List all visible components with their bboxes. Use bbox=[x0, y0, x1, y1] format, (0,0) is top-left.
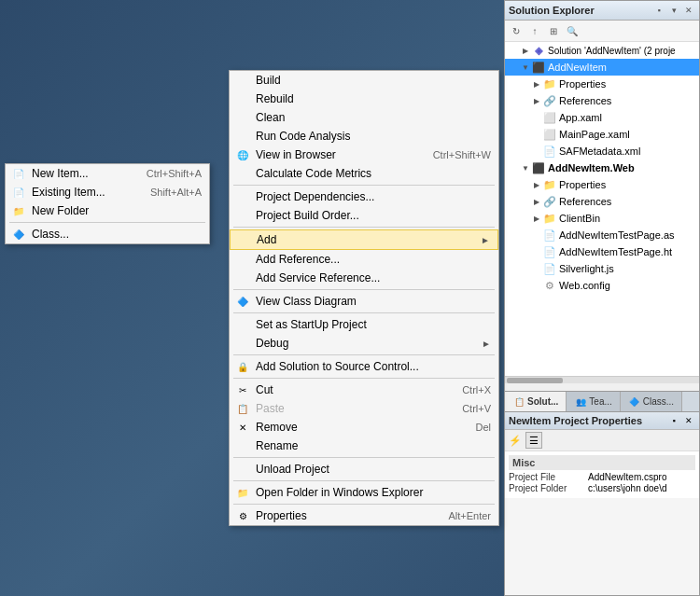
tree-item-silverlightjs[interactable]: ▶ 📄 Silverlight.js bbox=[505, 260, 699, 277]
tree-item-appxaml[interactable]: ▶ ⬜ App.xaml bbox=[505, 109, 699, 126]
existing-item-shortcut: Shift+Alt+A bbox=[150, 187, 202, 198]
tree-item-solution[interactable]: ▶ ◈ Solution 'AddNewItem' (2 proje bbox=[505, 42, 699, 59]
props-pin-btn[interactable]: ▪ bbox=[667, 414, 680, 427]
tab-solution-label: Solut... bbox=[527, 396, 558, 407]
properties-shortcut: Alt+Enter bbox=[448, 510, 491, 521]
menu-rename[interactable]: Rename bbox=[230, 437, 498, 455]
menu-add-reference[interactable]: Add Reference... bbox=[230, 250, 498, 269]
references2-label: References bbox=[559, 196, 611, 207]
add-menu-class[interactable]: 🔷 Class... bbox=[6, 225, 209, 243]
se-horizontal-scrollbar[interactable] bbox=[505, 376, 699, 383]
menu-remove[interactable]: ✕ Remove Del bbox=[230, 418, 498, 437]
tree-item-webproject[interactable]: ▼ ⬛ AddNewItem.Web bbox=[505, 159, 699, 176]
tab-class-label: Class... bbox=[643, 396, 674, 407]
tree-item-clientbin[interactable]: ▶ 📁 ClientBin bbox=[505, 210, 699, 227]
config-label: Web.config bbox=[559, 280, 610, 291]
solution-explorer: Solution Explorer ▪ ▾ ✕ ↻ ↑ ⊞ 🔍 ▶ ◈ Solu… bbox=[504, 0, 700, 392]
menu-properties[interactable]: ⚙ Properties Alt+Enter bbox=[230, 506, 498, 525]
add-menu-new-item[interactable]: 📄 New Item... Ctrl+Shift+A bbox=[6, 164, 209, 183]
menu-debug[interactable]: Debug ► bbox=[230, 334, 498, 353]
menu-build[interactable]: Build bbox=[230, 71, 498, 90]
props-section-label: Misc bbox=[512, 457, 535, 468]
menu-project-dependencies[interactable]: Project Dependencies... bbox=[230, 187, 498, 206]
menu-rebuild[interactable]: Rebuild bbox=[230, 90, 498, 108]
menu-project-build-order-label: Project Build Order... bbox=[256, 209, 359, 222]
add-menu-new-folder[interactable]: 📁 New Folder bbox=[6, 201, 209, 220]
tree-item-project[interactable]: ▼ ⬛ AddNewItem bbox=[505, 59, 699, 76]
menu-add-solution-source[interactable]: 🔒 Add Solution to Source Control... bbox=[230, 357, 498, 376]
menu-add-service-reference-label: Add Service Reference... bbox=[256, 271, 380, 284]
menu-clean-label: Clean bbox=[256, 111, 285, 124]
menu-calculate-code-metrics[interactable]: Calculate Code Metrics bbox=[230, 164, 498, 183]
cut-shortcut: Ctrl+X bbox=[462, 384, 491, 395]
separator-1 bbox=[233, 185, 495, 186]
tree-item-references2[interactable]: ▶ 🔗 References bbox=[505, 193, 699, 210]
add-submenu-arrow: ► bbox=[481, 235, 490, 245]
add-menu-existing-item-label: Existing Item... bbox=[32, 186, 105, 199]
menu-calculate-code-metrics-label: Calculate Code Metrics bbox=[256, 167, 371, 180]
props-categorized-btn[interactable]: ☰ bbox=[525, 432, 542, 449]
menu-paste[interactable]: 📋 Paste Ctrl+V bbox=[230, 399, 498, 418]
properties-icon: ⚙ bbox=[235, 508, 250, 523]
properties-label: Properties bbox=[559, 78, 606, 90]
menu-view-class-diagram-label: View Class Diagram bbox=[256, 295, 357, 308]
properties-arrow: ▶ bbox=[531, 78, 542, 90]
tree-item-testpage-aspx[interactable]: ▶ 📄 AddNewItemTestPage.as bbox=[505, 227, 699, 243]
menu-add-label: Add bbox=[257, 233, 276, 246]
props-key-projectfolder: Project Folder bbox=[509, 483, 588, 493]
tree-item-mainpage[interactable]: ▶ ⬜ MainPage.xaml bbox=[505, 126, 699, 143]
tree-item-references[interactable]: ▶ 🔗 References bbox=[505, 92, 699, 109]
safmetadata-label: SAFMetadata.xml bbox=[559, 146, 640, 157]
menu-view-class-diagram[interactable]: 🔷 View Class Diagram bbox=[230, 292, 498, 311]
menu-clean[interactable]: Clean bbox=[230, 108, 498, 127]
menu-view-in-browser-label: View in Browser bbox=[256, 148, 336, 161]
tree-item-webconfig[interactable]: ▶ ⚙ Web.config bbox=[505, 277, 699, 294]
tree-item-properties[interactable]: ▶ 📁 Properties bbox=[505, 76, 699, 92]
se-pin-button[interactable]: ▪ bbox=[652, 4, 665, 17]
tree-item-safmetadata[interactable]: ▶ 📄 SAFMetadata.xml bbox=[505, 143, 699, 159]
paste-shortcut: Ctrl+V bbox=[462, 403, 491, 414]
mainpage-icon: ⬜ bbox=[542, 127, 557, 142]
tab-solution[interactable]: 📋 Solut... bbox=[505, 392, 567, 411]
props-title: NewItem Project Properties bbox=[509, 415, 642, 426]
props-close-btn[interactable]: ✕ bbox=[682, 414, 695, 427]
menu-set-startup[interactable]: Set as StartUp Project bbox=[230, 315, 498, 334]
menu-add-service-reference[interactable]: Add Service Reference... bbox=[230, 269, 498, 287]
se-close-button[interactable]: ✕ bbox=[682, 4, 695, 17]
add-menu-existing-item[interactable]: 📄 Existing Item... Shift+Alt+A bbox=[6, 183, 209, 201]
tab-class[interactable]: 🔷 Class... bbox=[621, 392, 682, 411]
menu-add[interactable]: Add ► bbox=[230, 229, 498, 250]
solution-tree[interactable]: ▶ ◈ Solution 'AddNewItem' (2 proje ▼ ⬛ A… bbox=[505, 42, 699, 376]
tab-solution-icon: 📋 bbox=[512, 395, 525, 409]
menu-cut[interactable]: ✂ Cut Ctrl+X bbox=[230, 381, 498, 399]
add-menu-new-folder-label: New Folder bbox=[32, 204, 89, 217]
menu-debug-label: Debug bbox=[256, 337, 288, 350]
props-toolbar: ⚡ ☰ bbox=[505, 430, 699, 451]
tab-bar: 📋 Solut... 👥 Tea... 🔷 Class... bbox=[504, 391, 700, 411]
remove-shortcut: Del bbox=[475, 422, 491, 433]
new-item-shortcut: Ctrl+Shift+A bbox=[147, 168, 202, 179]
menu-remove-label: Remove bbox=[256, 421, 298, 434]
menu-project-dependencies-label: Project Dependencies... bbox=[256, 190, 374, 203]
props-event-btn[interactable]: ⚡ bbox=[507, 432, 524, 449]
se-dock-button[interactable]: ▾ bbox=[667, 4, 680, 17]
menu-open-folder[interactable]: 📁 Open Folder in Windows Explorer bbox=[230, 483, 498, 502]
tree-item-testpage-html[interactable]: ▶ 📄 AddNewItemTestPage.ht bbox=[505, 243, 699, 260]
menu-open-folder-label: Open Folder in Windows Explorer bbox=[256, 486, 423, 499]
tab-team-icon: 👥 bbox=[574, 395, 587, 409]
webproject-label: AddNewItem.Web bbox=[548, 162, 635, 173]
menu-run-code-analysis[interactable]: Run Code Analysis bbox=[230, 127, 498, 146]
se-collapse-btn[interactable]: ↑ bbox=[526, 22, 543, 39]
menu-project-build-order[interactable]: Project Build Order... bbox=[230, 206, 498, 225]
se-search-btn[interactable]: 🔍 bbox=[564, 22, 581, 39]
remove-icon: ✕ bbox=[235, 420, 250, 435]
se-show-all-btn[interactable]: ⊞ bbox=[545, 22, 562, 39]
tree-item-properties2[interactable]: ▶ 📁 Properties bbox=[505, 176, 699, 193]
props-value-projectfolder: c:\users\john doe\d bbox=[588, 483, 667, 493]
tab-team[interactable]: 👥 Tea... bbox=[567, 392, 620, 411]
se-scrollbar-thumb[interactable] bbox=[507, 378, 563, 383]
se-refresh-btn[interactable]: ↻ bbox=[508, 22, 525, 39]
menu-view-in-browser[interactable]: 🌐 View in Browser Ctrl+Shift+W bbox=[230, 146, 498, 164]
source-control-icon: 🔒 bbox=[235, 359, 250, 374]
menu-unload-project[interactable]: Unload Project bbox=[230, 460, 498, 478]
